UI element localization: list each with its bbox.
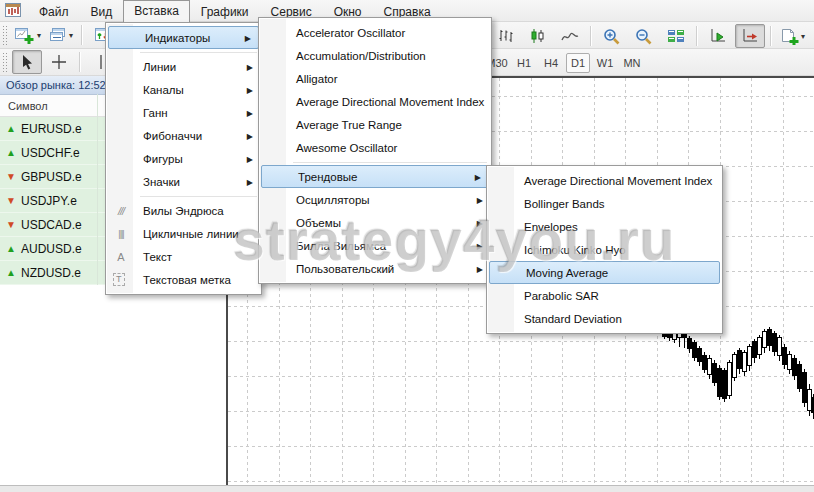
submenu-arrow-icon: ▶: [247, 108, 253, 117]
menu-item[interactable]: Фибоначчи▶: [107, 124, 260, 147]
indicators-list-button[interactable]: ▾: [777, 24, 808, 48]
pitchfork-icon: ///: [111, 205, 131, 217]
menu-item-label: Цикличные линии: [143, 228, 239, 240]
submenu-arrow-icon: ▶: [245, 33, 251, 42]
menu-item[interactable]: Envelopes: [488, 215, 721, 238]
submenu-arrow-icon: ▶: [477, 241, 483, 250]
mt4-window: Обзор рынка: 12:52 Символ ▲EURUSD.e▲USDC…: [0, 0, 814, 492]
menu-item-label: Average True Range: [296, 119, 402, 131]
menu-item[interactable]: Каналы▶: [107, 78, 260, 101]
timeframe-w1[interactable]: W1: [593, 53, 617, 73]
menu-item[interactable]: Moving Average: [489, 261, 720, 284]
menu-item[interactable]: Значки▶: [107, 170, 260, 193]
tile-windows-button[interactable]: [661, 24, 691, 48]
toolbar1-right: ▾▾: [490, 24, 814, 48]
column-divider[interactable]: [97, 94, 98, 285]
menubar-item-insert[interactable]: Вставка: [123, 0, 190, 22]
menu-item-label: Bollinger Bands: [524, 198, 605, 210]
timeframe-d1[interactable]: D1: [566, 53, 590, 73]
menubar-item-file[interactable]: Файл: [28, 2, 80, 22]
menu-item-label: Average Directional Movement Index: [296, 96, 484, 108]
menu-item-label: Каналы: [143, 84, 184, 96]
menu-item[interactable]: Parabolic SAR: [488, 284, 721, 307]
chart-shift-button[interactable]: [735, 24, 765, 48]
menu-item[interactable]: Осцилляторы▶: [260, 188, 490, 211]
dropdown-caret-icon[interactable]: ▾: [69, 31, 73, 40]
menu-item[interactable]: Трендовые▶: [261, 165, 489, 188]
menu-item-label: Объемы: [296, 217, 341, 229]
menu-item[interactable]: Average True Range: [260, 113, 490, 136]
text-icon: A: [111, 251, 131, 263]
menu-item-label: Envelopes: [524, 221, 578, 233]
menu-item-label: Трендовые: [298, 171, 357, 183]
menu-item[interactable]: AТекст: [107, 245, 260, 268]
timeframe-mn[interactable]: MN: [620, 53, 644, 73]
cursor-button[interactable]: [12, 50, 42, 74]
symbol-name: AUDUSD.e: [21, 242, 82, 256]
new-chart-button[interactable]: ▾: [12, 23, 44, 47]
gridline: [228, 446, 814, 447]
menu-item[interactable]: Фигуры▶: [107, 147, 260, 170]
toolbar-separator: [770, 26, 772, 46]
bottom-strip: [0, 485, 814, 492]
menubar-item-charts[interactable]: Графики: [190, 2, 260, 22]
arrow-up-icon: ▲: [4, 123, 18, 134]
arrow-down-icon: ▼: [4, 195, 18, 206]
text-label-icon: T: [113, 273, 125, 286]
menu-item-label: Moving Average: [526, 267, 608, 279]
menu-separator: [293, 162, 487, 163]
line-chart-button[interactable]: [555, 24, 585, 48]
toolbar-grip[interactable]: [2, 25, 7, 45]
menu-item[interactable]: Ганн▶: [107, 101, 260, 124]
periods-button[interactable]: ▾: [810, 24, 814, 48]
menu-item-label: Фигуры: [143, 153, 183, 165]
gridline: [783, 78, 784, 486]
gridline: [751, 78, 752, 486]
submenu-arrow-icon: ▶: [477, 264, 483, 273]
menu-item[interactable]: Ichimoku Kinko Hyo: [488, 238, 721, 261]
zoom-in-button[interactable]: [597, 24, 627, 48]
zoom-out-button[interactable]: [629, 24, 659, 48]
menu-item[interactable]: ///Вилы Эндрюса: [107, 199, 260, 222]
profiles-button[interactable]: ▾: [46, 23, 76, 47]
arrow-up-icon: ▲: [4, 243, 18, 254]
menu-item-label: Alligator: [296, 73, 338, 85]
timeframe-h1[interactable]: H1: [512, 53, 536, 73]
symbol-name: EURUSD.e: [21, 122, 82, 136]
submenu-arrow-icon: ▶: [247, 62, 253, 71]
menu-item[interactable]: Линии▶: [107, 55, 260, 78]
indicators-submenu: Accelerator OscillatorAccumulation/Distr…: [258, 17, 492, 284]
menubar-item-view[interactable]: Вид: [80, 2, 124, 22]
menu-item-label: Standard Deviation: [524, 313, 622, 325]
crosshair-button[interactable]: [44, 50, 74, 74]
submenu-arrow-icon: ▶: [247, 177, 253, 186]
menu-item-label: Индикаторы: [145, 32, 210, 44]
menu-item[interactable]: Alligator: [260, 67, 490, 90]
submenu-arrow-icon: ▶: [475, 172, 481, 181]
toolbar-grip[interactable]: [2, 52, 7, 72]
menu-separator: [140, 196, 257, 197]
dropdown-caret-icon[interactable]: ▾: [37, 31, 41, 40]
menu-item[interactable]: Accelerator Oscillator: [260, 21, 490, 44]
dropdown-caret-icon[interactable]: ▾: [801, 32, 805, 41]
auto-scroll-button[interactable]: [703, 24, 733, 48]
menu-item-label: Parabolic SAR: [524, 290, 599, 302]
menu-item[interactable]: Average Directional Movement Index: [488, 169, 721, 192]
menu-item[interactable]: Индикаторы▶: [108, 26, 259, 49]
menu-item[interactable]: Standard Deviation: [488, 307, 721, 330]
candlestick-chart-button[interactable]: [523, 24, 553, 48]
menu-item[interactable]: ||||Цикличные линии: [107, 222, 260, 245]
symbol-name: USDCAD.e: [21, 218, 82, 232]
bars-chart-button[interactable]: [491, 24, 521, 48]
menu-item[interactable]: Bollinger Bands: [488, 192, 721, 215]
menu-item[interactable]: Average Directional Movement Index: [260, 90, 490, 113]
menu-item[interactable]: Awesome Oscillator: [260, 136, 490, 159]
menu-item-label: Average Directional Movement Index: [524, 175, 712, 187]
timeframe-h4[interactable]: H4: [539, 53, 563, 73]
menu-item[interactable]: TТекстовая метка: [107, 268, 260, 291]
menu-item[interactable]: Объемы▶: [260, 211, 490, 234]
menu-item[interactable]: Accumulation/Distribution: [260, 44, 490, 67]
trend-submenu: Average Directional Movement IndexBollin…: [486, 165, 723, 334]
menu-item[interactable]: Пользовательский▶: [260, 257, 490, 280]
menu-item[interactable]: Билла Вильямса▶: [260, 234, 490, 257]
